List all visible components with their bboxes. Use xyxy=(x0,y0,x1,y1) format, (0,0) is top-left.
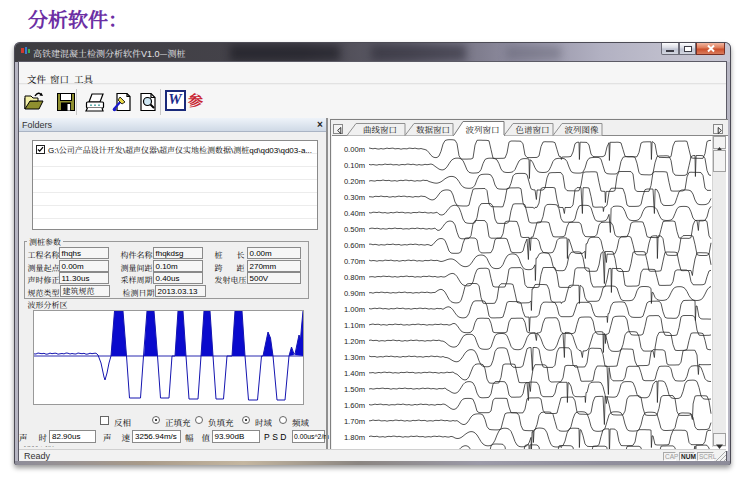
svg-text:1.60m: 1.60m xyxy=(343,401,364,410)
svg-text:数据窗口: 数据窗口 xyxy=(415,123,449,135)
svg-text:1.30m: 1.30m xyxy=(343,353,364,362)
svg-text:色谱窗口: 色谱窗口 xyxy=(515,123,549,135)
svg-text:1.00m: 1.00m xyxy=(343,305,364,314)
svg-text:1.80m: 1.80m xyxy=(343,433,364,442)
svg-text:0.10m: 0.10m xyxy=(343,161,364,170)
svg-text:曲线窗口: 曲线窗口 xyxy=(362,123,396,135)
svg-text:1.50m: 1.50m xyxy=(343,385,364,394)
svg-text:0.90m: 0.90m xyxy=(343,289,364,298)
svg-text:0.30m: 0.30m xyxy=(343,193,364,202)
svg-text:0.50m: 0.50m xyxy=(343,225,364,234)
svg-text:波列窗口: 波列窗口 xyxy=(465,123,499,135)
svg-text:0.70m: 0.70m xyxy=(343,257,364,266)
svg-text:0.40m: 0.40m xyxy=(343,209,364,218)
svg-text:1.20m: 1.20m xyxy=(343,337,364,346)
svg-text:1.70m: 1.70m xyxy=(343,417,364,426)
svg-text:0.00m: 0.00m xyxy=(343,145,364,154)
svg-text:1.40m: 1.40m xyxy=(343,369,364,378)
svg-text:0.20m: 0.20m xyxy=(343,177,364,186)
svg-text:1.10m: 1.10m xyxy=(343,321,364,330)
svg-text:0.80m: 0.80m xyxy=(343,273,364,282)
svg-text:波列图像: 波列图像 xyxy=(564,123,599,135)
svg-text:0.60m: 0.60m xyxy=(343,241,364,250)
